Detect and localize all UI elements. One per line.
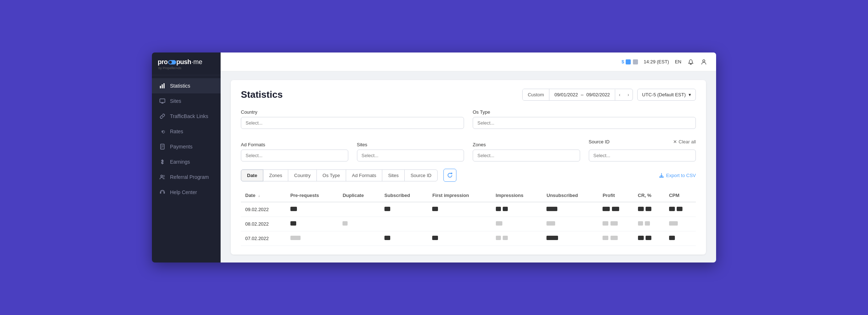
sidebar-item-trafficback[interactable]: TrafficBack Links xyxy=(152,109,221,124)
blurred-value xyxy=(603,207,610,211)
statistics-table: Date ↓ Pre-requests Duplicate Subscribed xyxy=(241,189,696,246)
groupby-controls: Date Zones Country Os Type Ad Formats Si… xyxy=(241,169,456,182)
tab-sites[interactable]: Sites xyxy=(382,169,405,181)
blurred-value xyxy=(546,221,555,226)
source-id-input[interactable] xyxy=(589,150,696,161)
col-duplicate: Duplicate xyxy=(338,189,380,202)
sidebar-item-sites[interactable]: Sites xyxy=(152,93,221,109)
sidebar-item-referral[interactable]: Referral Program xyxy=(152,169,221,185)
cell-cpm xyxy=(665,202,696,217)
clear-all-button[interactable]: ✕ Clear all xyxy=(673,136,696,147)
date-picker[interactable]: Custom 09/01/2022 – 09/02/2022 ‹ › xyxy=(522,89,633,101)
col-cr: CR, % xyxy=(634,189,665,202)
os-type-input[interactable] xyxy=(473,117,696,129)
gear-icon xyxy=(159,128,166,135)
cell-unsubscribed xyxy=(542,217,598,231)
date-next-button[interactable]: › xyxy=(624,89,633,100)
os-type-label: Os Type xyxy=(473,109,696,115)
blurred-value xyxy=(610,236,618,240)
content-area: Statistics Custom 09/01/2022 – 09/02/202… xyxy=(221,71,716,262)
logo-text-me: ·me xyxy=(192,58,203,66)
svg-rect-0 xyxy=(160,86,161,88)
blurred-value xyxy=(546,236,558,240)
blurred-value xyxy=(646,236,651,240)
sidebar-item-payments[interactable]: Payments xyxy=(152,139,221,154)
user-avatar[interactable] xyxy=(700,58,707,66)
country-input[interactable] xyxy=(241,117,464,129)
blurred-value xyxy=(546,207,557,211)
blurred-value xyxy=(432,236,438,240)
cell-pre-requests xyxy=(286,217,339,231)
tab-os-type[interactable]: Os Type xyxy=(316,169,346,181)
logo-text-push: push xyxy=(176,58,191,66)
ad-formats-label: Ad Formats xyxy=(241,142,348,147)
bar-chart-icon xyxy=(159,83,166,89)
cell-profit xyxy=(598,231,633,246)
cell-subscribed xyxy=(380,231,428,246)
notifications-icon[interactable] xyxy=(687,58,694,66)
country-label: Country xyxy=(241,109,464,115)
sidebar-item-earnings[interactable]: Earnings xyxy=(152,154,221,169)
tab-date[interactable]: Date xyxy=(241,169,263,181)
ad-formats-input[interactable] xyxy=(241,150,348,161)
blurred-value xyxy=(645,221,650,226)
blurred-value xyxy=(638,207,644,211)
page-title: Statistics xyxy=(241,89,283,100)
export-csv-button[interactable]: Export to CSV xyxy=(659,173,696,178)
filter-os-type: Os Type xyxy=(473,109,696,129)
blurred-value xyxy=(496,207,501,211)
logo-by: by PropellerAds xyxy=(158,66,215,70)
usd-currency[interactable]: $ xyxy=(622,59,631,64)
date-end: 09/02/2022 xyxy=(586,92,610,97)
table-row: 08.02.2022 xyxy=(241,217,696,231)
sort-icon: ↓ xyxy=(258,194,260,198)
svg-rect-13 xyxy=(164,192,165,193)
logo-icon xyxy=(168,60,176,64)
svg-point-11 xyxy=(163,175,165,177)
statistics-card: Statistics Custom 09/01/2022 – 09/02/202… xyxy=(231,80,706,255)
timezone-label: UTC-5 (Default EST) xyxy=(642,92,686,97)
blurred-value xyxy=(638,221,643,226)
sidebar-item-rates[interactable]: Rates xyxy=(152,124,221,139)
col-subscribed: Subscribed xyxy=(380,189,428,202)
col-date[interactable]: Date ↓ xyxy=(241,189,286,202)
cell-unsubscribed xyxy=(542,202,598,217)
zones-input[interactable] xyxy=(473,150,580,161)
cell-duplicate xyxy=(338,231,380,246)
table-row: 09.02.2022 xyxy=(241,202,696,217)
cell-profit xyxy=(598,202,633,217)
tab-zones[interactable]: Zones xyxy=(263,169,288,181)
date-navigation: ‹ › xyxy=(615,89,633,100)
date-preset[interactable]: Custom xyxy=(523,89,549,100)
sites-input[interactable] xyxy=(357,150,464,161)
headset-icon xyxy=(159,189,166,196)
sidebar-nav: Statistics Sites TrafficBack Links Rates xyxy=(152,75,221,262)
refresh-button[interactable] xyxy=(443,169,456,182)
date-prev-button[interactable]: ‹ xyxy=(615,89,624,100)
sidebar-label-payments: Payments xyxy=(170,144,192,150)
tab-ad-formats[interactable]: Ad Formats xyxy=(346,169,382,181)
svg-rect-2 xyxy=(163,83,165,88)
timezone-select[interactable]: UTC-5 (Default EST) ▾ xyxy=(637,89,696,101)
sidebar-item-statistics[interactable]: Statistics xyxy=(152,78,221,93)
blurred-value xyxy=(432,207,438,211)
groupby-row: Date Zones Country Os Type Ad Formats Si… xyxy=(241,169,696,182)
table-header: Date ↓ Pre-requests Duplicate Subscribed xyxy=(241,189,696,202)
filters-row2: Ad Formats Sites Zones Source ID xyxy=(241,136,696,161)
language-selector[interactable]: EN xyxy=(675,59,681,64)
link-icon xyxy=(159,113,166,119)
blurred-value xyxy=(603,236,608,240)
tab-source-id[interactable]: Source ID xyxy=(404,169,438,181)
currency-switcher[interactable]: $ xyxy=(622,59,638,64)
monitor-icon xyxy=(159,98,166,104)
blurred-value xyxy=(603,221,608,226)
date-range: 09/01/2022 – 09/02/2022 xyxy=(549,89,615,100)
sidebar-item-help[interactable]: Help Center xyxy=(152,185,221,200)
page-header: Statistics Custom 09/01/2022 – 09/02/202… xyxy=(241,89,696,101)
filter-source-id-group: Source ID ✕ Clear all xyxy=(589,136,696,161)
sidebar-label-rates: Rates xyxy=(170,129,183,134)
blurred-value xyxy=(496,221,502,226)
col-unsubscribed: Unsubscribed xyxy=(542,189,598,202)
cell-unsubscribed xyxy=(542,231,598,246)
tab-country[interactable]: Country xyxy=(288,169,317,181)
